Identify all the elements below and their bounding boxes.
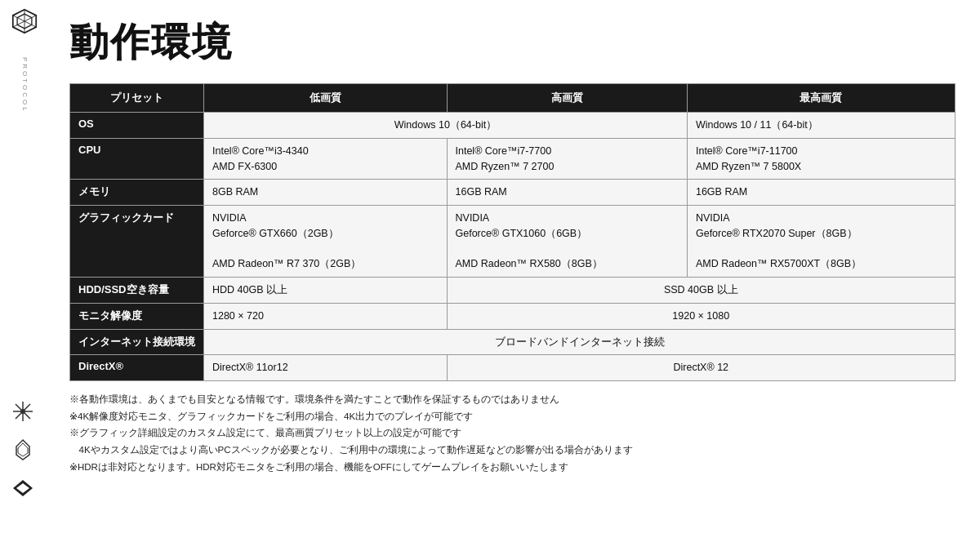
- storage-low: HDD 40GB 以上: [204, 278, 448, 304]
- cpu-high: Intel® Core™i7-7700AMD Ryzen™ 7 2700: [447, 138, 687, 180]
- label-directx: DirectX®: [70, 355, 204, 381]
- memory-ultra: 16GB RAM: [687, 180, 955, 206]
- table-row-directx: DirectX® DirectX® 11or12 DirectX® 12: [70, 355, 956, 381]
- resolution-low: 1280 × 720: [204, 303, 448, 329]
- resolution-high-ultra: 1920 × 1080: [447, 303, 955, 329]
- cpu-ultra: Intel® Core™i7-11700AMD Ryzen™ 7 5800X: [687, 138, 955, 180]
- sidebar-bottom-icons: [8, 397, 37, 502]
- svg-marker-11: [18, 443, 28, 456]
- page-title: 動作環境: [69, 16, 956, 69]
- cpu-low: Intel® Core™i3-4340AMD FX-6300: [204, 138, 448, 180]
- os-ultra: Windows 10 / 11（64-bit）: [687, 113, 955, 139]
- gpu-high: NVIDIAGeforce® GTX1060（6GB）AMD Radeon™ R…: [447, 206, 687, 278]
- note-3-cont: 4Kやカスタム設定ではより高いPCスペックが必要となり、ご利用中の環境によって動…: [69, 442, 956, 459]
- table-row-internet: インターネット接続環境 ブロードバンドインターネット接続: [70, 329, 956, 355]
- header-high: 高画質: [447, 84, 687, 113]
- notes-section: ※各動作環境は、あくまでも目安となる情報です。環境条件を満たすことで動作を保証す…: [69, 391, 956, 475]
- header-preset: プリセット: [70, 84, 204, 113]
- label-memory: メモリ: [70, 180, 204, 206]
- star-icon: [8, 397, 37, 425]
- sidebar-brand-text: PROTOCOL: [20, 57, 29, 113]
- directx-high-ultra: DirectX® 12: [447, 355, 955, 381]
- label-gpu: グラフィックカード: [70, 206, 204, 278]
- label-internet: インターネット接続環境: [70, 329, 204, 355]
- label-storage: HDD/SSD空き容量: [70, 278, 204, 304]
- table-row-resolution: モニタ解像度 1280 × 720 1920 × 1080: [70, 303, 956, 329]
- note-1: ※各動作環境は、あくまでも目安となる情報です。環境条件を満たすことで動作を保証す…: [69, 391, 956, 408]
- gpu-low: NVIDIAGeforce® GTX660（2GB）AMD Radeon™ R7…: [204, 206, 448, 278]
- sidebar-decoration: PROTOCOL: [0, 0, 49, 551]
- table-row-gpu: グラフィックカード NVIDIAGeforce® GTX660（2GB）AMD …: [70, 206, 956, 278]
- label-resolution: モニタ解像度: [70, 303, 204, 329]
- main-content: 動作環境 プリセット 低画質 高画質 最高画質 OS Windows 10（64…: [53, 0, 980, 551]
- directx-low: DirectX® 11or12: [204, 355, 448, 381]
- logo-area: [11, 8, 38, 38]
- note-4: ※HDRは非対応となります。HDR対応モニタをご利用の場合、機能をOFFにしてゲ…: [69, 459, 956, 476]
- label-cpu: CPU: [70, 138, 204, 180]
- header-low: 低画質: [204, 84, 448, 113]
- note-3: ※グラフィック詳細設定のカスタム設定にて、最高画質プリセット以上の設定が可能です: [69, 424, 956, 442]
- table-row-storage: HDD/SSD空き容量 HDD 40GB 以上 SSD 40GB 以上: [70, 278, 956, 304]
- gpu-ultra: NVIDIAGeforce® RTX2070 Super（8GB）AMD Rad…: [687, 206, 955, 278]
- spec-table: プリセット 低画質 高画質 最高画質 OS Windows 10（64-bit）…: [69, 83, 956, 381]
- internet-all: ブロードバンドインターネット接続: [204, 329, 956, 355]
- table-row-memory: メモリ 8GB RAM 16GB RAM 16GB RAM: [70, 180, 956, 206]
- gem-icon: [8, 435, 37, 464]
- arrow-icon: [8, 473, 37, 502]
- storage-high-ultra: SSD 40GB 以上: [447, 278, 955, 304]
- memory-low: 8GB RAM: [204, 180, 448, 206]
- header-ultra: 最高画質: [687, 84, 955, 113]
- os-low-high: Windows 10（64-bit）: [204, 113, 688, 139]
- table-row-cpu: CPU Intel® Core™i3-4340AMD FX-6300 Intel…: [70, 138, 956, 180]
- table-row-os: OS Windows 10（64-bit） Windows 10 / 11（64…: [70, 113, 956, 139]
- note-2: ※4K解像度対応モニタ、グラフィックカードをご利用の場合、4K出力でのプレイが可…: [69, 408, 956, 425]
- memory-high: 16GB RAM: [447, 180, 687, 206]
- label-os: OS: [70, 113, 204, 139]
